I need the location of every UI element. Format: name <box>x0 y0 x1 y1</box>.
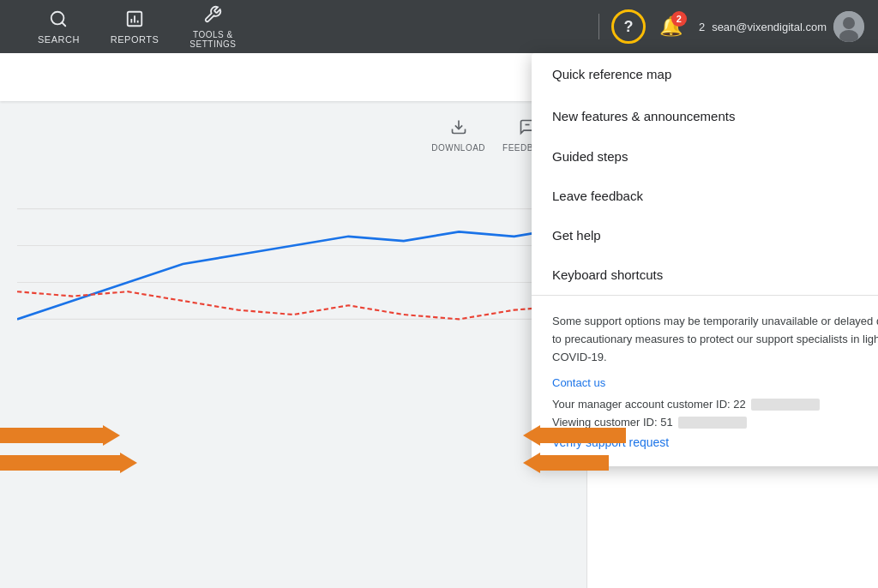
annotation-arrow-left-1 <box>0 425 120 446</box>
nav-tools[interactable]: TOOLS & SETTINGS <box>174 0 251 53</box>
manager-id-redacted <box>751 399 820 411</box>
nav-tools-label: TOOLS & SETTINGS <box>189 30 236 49</box>
annotation-arrow-left-2 <box>0 453 137 473</box>
notification-badge: 2 <box>671 11 687 27</box>
download-icon <box>450 118 467 140</box>
tools-icon <box>203 5 222 28</box>
menu-item-keyboard-shortcuts-label: Keyboard shortcuts <box>552 267 663 282</box>
annotation-arrow-right-1 <box>523 425 626 446</box>
viewing-id-redacted <box>678 417 747 429</box>
chart-svg <box>17 170 569 358</box>
menu-item-new-features-label: New features & announcements <box>552 109 735 123</box>
svg-point-7 <box>843 17 855 29</box>
menu-item-leave-feedback[interactable]: Leave feedback <box>532 177 878 216</box>
menu-item-get-help[interactable]: Get help <box>532 216 878 255</box>
support-text: Some support options may be temporarily … <box>552 313 878 366</box>
nav-reports-label: REPORTS <box>111 34 159 45</box>
action-toolbar: DOWNLOAD FEEDBACK <box>17 118 569 161</box>
topbar-divider <box>598 14 599 39</box>
reports-icon <box>125 9 144 33</box>
menu-item-new-features[interactable]: New features & announcements <box>532 95 878 137</box>
nav-reports[interactable]: REPORTS <box>95 0 174 53</box>
menu-item-keyboard-shortcuts[interactable]: Keyboard shortcuts <box>532 255 878 295</box>
menu-item-guided-steps[interactable]: Guided steps <box>532 137 878 177</box>
nav-items: SEARCH REPORTS TOOLS & SETTINGS <box>14 0 251 53</box>
contact-us-link[interactable]: Contact us <box>552 376 878 389</box>
chart-area <box>17 170 569 358</box>
menu-item-guided-steps-label: Guided steps <box>552 149 628 164</box>
menu-item-leave-feedback-label: Leave feedback <box>552 189 643 203</box>
download-label: DOWNLOAD <box>431 143 485 153</box>
avatar <box>833 11 864 42</box>
nav-search-label: SEARCH <box>38 34 80 45</box>
manager-id-row: Your manager account customer ID: 22 <box>552 398 878 411</box>
topbar: SEARCH REPORTS TOOLS & SETTINGS ? 🔔 2 2 … <box>0 0 878 53</box>
help-button[interactable]: ? <box>611 9 646 44</box>
search-icon <box>49 9 68 33</box>
svg-line-1 <box>63 22 66 26</box>
left-panel: DOWNLOAD FEEDBACK <box>0 101 586 588</box>
menu-item-quick-reference[interactable]: Quick reference map <box>532 53 878 95</box>
user-email: sean@vixendigital.com <box>712 21 827 33</box>
menu-item-get-help-label: Get help <box>552 228 601 243</box>
download-button[interactable]: DOWNLOAD <box>431 118 485 153</box>
account-number: 2 <box>699 21 705 33</box>
help-icon: ? <box>623 18 633 36</box>
menu-item-quick-reference-label: Quick reference map <box>552 67 671 81</box>
nav-search[interactable]: SEARCH <box>22 0 95 53</box>
annotation-arrow-right-2 <box>523 453 609 473</box>
help-dropdown-menu: Quick reference map New features & annou… <box>532 53 878 466</box>
account-info[interactable]: 2 sean@vixendigital.com <box>699 11 864 42</box>
manager-id-label: Your manager account customer ID: 22 <box>552 398 746 411</box>
notifications-button[interactable]: 🔔 2 <box>656 11 687 42</box>
